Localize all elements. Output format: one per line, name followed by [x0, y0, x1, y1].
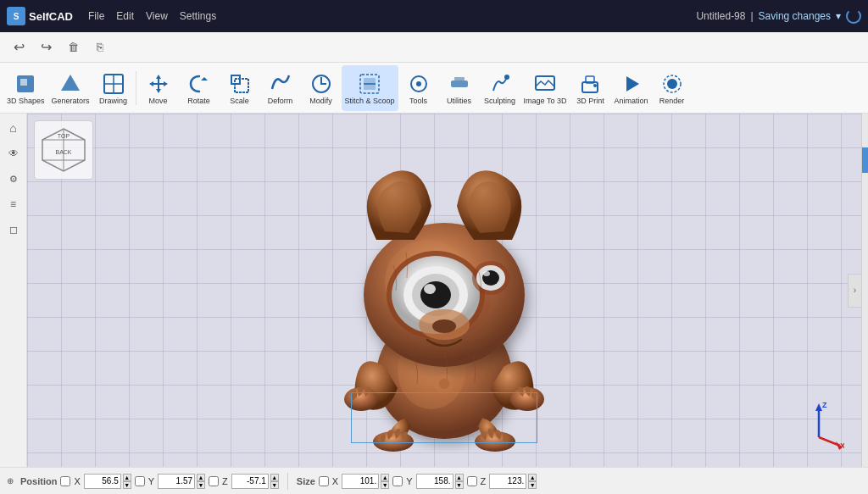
tool-animation[interactable]: Animation [610, 65, 651, 111]
viewport[interactable]: TOP BACK [27, 114, 861, 467]
position-x-down[interactable]: ▼ [123, 481, 131, 489]
scale-icon [226, 70, 253, 97]
layers-button[interactable]: ≡ [3, 193, 25, 215]
selfcad-logo: S [7, 7, 25, 25]
size-x-checkbox[interactable] [319, 476, 329, 486]
y-axis-label-size: Y [406, 476, 412, 486]
z-axis-label-pos: Z [222, 476, 228, 486]
tool-image-to-3d[interactable]: Image To 3D [520, 65, 570, 111]
svg-text:X: X [840, 441, 844, 450]
svg-point-19 [504, 75, 509, 80]
size-y-up[interactable]: ▲ [455, 474, 464, 481]
size-y-input[interactable] [416, 474, 453, 489]
size-x-input[interactable] [342, 474, 379, 489]
tool-deform[interactable]: Deform [260, 65, 301, 111]
tool-3d-print[interactable]: 3D Print [570, 65, 610, 111]
right-panel [861, 114, 868, 467]
svg-point-25 [667, 79, 677, 89]
svg-rect-10 [235, 79, 248, 92]
settings-panel-button[interactable]: ⚙ [3, 168, 25, 190]
menu-view[interactable]: View [141, 7, 173, 25]
size-y-down[interactable]: ▼ [455, 481, 464, 489]
size-z-up[interactable]: ▲ [528, 474, 537, 481]
tool-tools[interactable]: Tools [398, 65, 439, 111]
svg-text:BACK: BACK [55, 149, 71, 155]
tool-scale[interactable]: Scale [220, 65, 260, 111]
svg-text:S: S [14, 12, 19, 21]
undo-button[interactable]: ↩ [7, 36, 31, 59]
view-button[interactable]: 👁 [3, 142, 25, 164]
size-z-input[interactable] [489, 474, 526, 489]
position-y-input[interactable] [158, 474, 195, 489]
position-x-input[interactable] [84, 474, 121, 489]
tool-rotate[interactable]: Rotate [179, 65, 220, 111]
3d-print-label: 3D Print [576, 97, 604, 106]
drawing-label: Drawing [99, 97, 127, 106]
size-z-field: ▲ ▼ [489, 474, 537, 489]
tool-sculpting[interactable]: Sculpting [480, 65, 520, 111]
animation-label: Animation [614, 97, 648, 106]
tool-utilities[interactable]: Utilities [439, 65, 480, 111]
position-z-down[interactable]: ▼ [270, 481, 279, 489]
scale-label: Scale [230, 97, 249, 106]
svg-point-23 [593, 84, 597, 87]
position-z-input[interactable] [231, 474, 269, 489]
menu-file[interactable]: File [83, 7, 109, 25]
home-button[interactable]: ⌂ [3, 117, 25, 139]
image-to-3d-label: Image To 3D [524, 97, 567, 106]
size-y-checkbox[interactable] [392, 476, 403, 486]
separator: | [750, 10, 753, 22]
model-container [266, 130, 622, 452]
size-z-checkbox[interactable] [467, 476, 477, 486]
tool-generators[interactable]: Generators [48, 65, 93, 111]
right-panel-handle[interactable] [862, 147, 868, 173]
position-y-down[interactable]: ▼ [197, 481, 205, 489]
svg-rect-21 [582, 82, 598, 92]
size-y-field: ▲ ▼ [416, 474, 464, 489]
position-z-field: ▲ ▼ [231, 474, 279, 489]
tool-render[interactable]: Render [652, 65, 693, 111]
size-x-up[interactable]: ▲ [381, 474, 389, 481]
position-x-up[interactable]: ▲ [123, 474, 131, 481]
position-z-spinners: ▲ ▼ [270, 474, 279, 489]
separator-1 [136, 71, 136, 105]
menu-edit[interactable]: Edit [111, 7, 139, 25]
statusbar: ⊕ Position X ▲ ▼ Y ▲ ▼ Z ▲ ▼ Size X ▲ ▼ [0, 467, 868, 494]
deform-label: Deform [268, 97, 293, 106]
position-z-checkbox[interactable] [209, 476, 219, 486]
tool-3d-shapes[interactable]: 3D Shapes [3, 65, 48, 111]
left-panel: ⌂ 👁 ⚙ ≡ ◻ [0, 114, 27, 467]
copy-button[interactable]: ⎘ [88, 36, 112, 59]
tool-drawing[interactable]: Drawing [93, 65, 134, 111]
view-cube[interactable]: TOP BACK [34, 120, 93, 180]
position-y-checkbox[interactable] [135, 476, 145, 486]
objects-button[interactable]: ◻ [3, 219, 25, 241]
right-panel-toggle[interactable]: › [848, 274, 861, 308]
position-icon: ⊕ [7, 476, 14, 486]
topbar: S SelfCAD File Edit View Settings Untitl… [0, 0, 868, 32]
delete-button[interactable]: 🗑 [61, 36, 85, 59]
position-z-up[interactable]: ▲ [270, 474, 279, 481]
stitch-scoop-icon [356, 70, 383, 97]
size-x-down[interactable]: ▼ [381, 481, 389, 489]
position-x-checkbox[interactable] [60, 476, 70, 486]
status-separator [287, 473, 288, 490]
size-z-down[interactable]: ▼ [528, 481, 537, 489]
3d-print-icon [576, 70, 604, 97]
tool-modify[interactable]: Modify [301, 65, 342, 111]
position-y-up[interactable]: ▲ [197, 474, 205, 481]
tool-stitch-scoop[interactable]: Stitch & Scoop [342, 65, 398, 111]
file-name: Untitled-98 [696, 10, 745, 22]
menu-settings[interactable]: Settings [175, 7, 221, 25]
utilities-label: Utilities [447, 97, 471, 106]
main-area: ⌂ 👁 ⚙ ≡ ◻ TOP BACK [0, 114, 868, 467]
dropdown-arrow[interactable]: ▾ [836, 10, 841, 22]
size-label: Size [297, 476, 315, 486]
svg-point-46 [420, 281, 451, 308]
tool-move[interactable]: Move [138, 65, 179, 111]
redo-button[interactable]: ↪ [34, 36, 58, 59]
saving-status: Saving changes [759, 10, 831, 22]
sculpting-label: Sculpting [484, 97, 515, 106]
render-label: Render [659, 97, 685, 106]
deform-icon [267, 70, 294, 97]
